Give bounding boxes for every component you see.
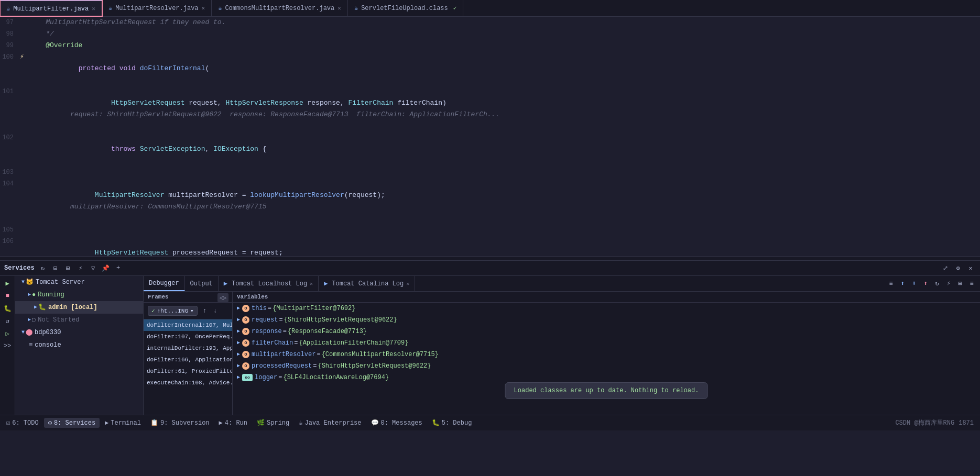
tab-servletfileupload[interactable]: ☕ ServletFileUpload.class ✓ (348, 0, 464, 16)
bottom-bar: ☑ 6: TODO ⚙ 8: Services ▶ Terminal 📋 9: … (0, 415, 980, 430)
service-resume-icon[interactable]: ▶ (2, 278, 13, 289)
tree-item-bdp0330[interactable]: ▼ ⬤ bdp0330 (15, 326, 143, 339)
tab-commonsmultipartresolver[interactable]: ☕ CommonsMultipartResolver.java ✕ (212, 0, 348, 16)
service-expand-icon[interactable]: >> (2, 341, 13, 351)
java-icon-2: ☕ (108, 4, 112, 12)
frame-item-1[interactable]: doFilter:107, OncePerReq... (144, 331, 232, 342)
code-line-102: 102 throws ServletException, IOException… (0, 132, 980, 167)
services-bottom-label: 8: Services (54, 419, 95, 427)
tree-arrow-admin: ▶ (34, 302, 37, 313)
var-val-filterchain: {ApplicationFilterChain@7709} (299, 338, 408, 348)
debug-more-icon[interactable]: ≡ (966, 279, 977, 289)
code-line-98: 98 */ (0, 28, 980, 40)
tree-item-running[interactable]: ▶ ● Running (15, 289, 143, 301)
tree-arrow-tomcat: ▼ (21, 277, 25, 287)
tab-multipartresolver[interactable]: ☕ MultipartResolver.java ✕ (102, 0, 212, 16)
services-filter-icon[interactable]: ⚡ (75, 263, 86, 273)
var-arrow-this: ▶ (237, 303, 240, 314)
service-debug-icon[interactable]: 🐛 (2, 303, 13, 314)
horizontal-scrollbar[interactable] (0, 256, 980, 260)
var-arrow-processedrequest: ▶ (237, 361, 240, 371)
frame-dropdown[interactable]: ✓ ↑ht...ING ▾ (148, 306, 198, 316)
debug-tab-debugger[interactable]: Debugger (144, 276, 185, 291)
service-stop-icon[interactable]: ■ (2, 291, 13, 301)
services-maximize-icon[interactable]: ⤢ (940, 263, 951, 273)
bottom-tab-spring[interactable]: 🌿 Spring (253, 418, 293, 428)
code-line-105: 105 (0, 224, 980, 236)
services-funnel-icon[interactable]: ▽ (88, 263, 99, 273)
tomcat-catalina-tab-label: Tomcat Catalina Log (332, 280, 404, 287)
bottom-tab-todo[interactable]: ☑ 6: TODO (2, 418, 43, 428)
debug-tab-tomcat-catalina[interactable]: ▶ Tomcat Catalina Log ✕ (319, 276, 415, 291)
var-icon-processedrequest: o (242, 362, 249, 370)
debug-evaluate-icon[interactable]: ⚡ (943, 279, 954, 289)
var-name-request: request (252, 315, 278, 325)
bottom-tab-services[interactable]: ⚙ 8: Services (44, 418, 100, 428)
frame-controls: ✓ ↑ht...ING ▾ ↑ ↓ (144, 303, 232, 319)
frames-collapse-icon[interactable]: ◁▷ (217, 293, 228, 302)
bottom-tab-terminal[interactable]: ▶ Terminal (101, 418, 145, 428)
var-item-this[interactable]: ▶ o this = {MultipartFilter@7692} (233, 303, 980, 314)
code-line-103: 103 (0, 167, 980, 178)
var-item-multipartresolver[interactable]: ▶ o multipartResolver = {CommonsMultipar… (233, 349, 980, 360)
frame-down-btn[interactable]: ↓ (210, 306, 221, 316)
debug-step-out-icon[interactable]: ⬆ (920, 279, 931, 289)
var-arrow-logger: ▶ (237, 372, 240, 383)
run-label: 4: Run (225, 419, 247, 427)
services-settings-icon[interactable]: ⚙ (953, 263, 963, 273)
services-expand-icon[interactable]: ⊞ (63, 263, 73, 273)
var-item-processedrequest[interactable]: ▶ o processedRequest = {ShiroHttpServlet… (233, 360, 980, 372)
frame-item-5[interactable]: executeChain:108, Advice... (144, 377, 232, 389)
services-close-icon[interactable]: ✕ (965, 263, 976, 273)
tree-item-notstarted[interactable]: ▶ ◌ Not Started (15, 314, 143, 326)
debug-tab-tomcat-localhost[interactable]: ▶ Tomcat Localhost Log ✕ (219, 276, 319, 291)
debug-tab-output[interactable]: Output (185, 276, 219, 291)
frame-item-3[interactable]: doFilter:166, Application... (144, 354, 232, 366)
var-item-filterchain[interactable]: ▶ o filterChain = {ApplicationFilterChai… (233, 337, 980, 349)
checkmark-icon: ✓ (453, 5, 457, 12)
code-editor[interactable]: 97 MultipartHttpServletRequest if they n… (0, 17, 980, 260)
tree-item-tomcat[interactable]: ▼ 🐱 Tomcat Server (15, 276, 143, 289)
tab-close-tomcat-localhost[interactable]: ✕ (310, 281, 313, 287)
var-icon-request: o (242, 316, 249, 324)
tomcat-localhost-icon: ▶ (224, 280, 227, 287)
tab-close-tomcat-catalina[interactable]: ✕ (406, 281, 409, 287)
service-run-icon[interactable]: ▷ (2, 328, 13, 339)
debug-step-into-icon[interactable]: ⬇ (909, 279, 919, 289)
debug-run-to-cursor-icon[interactable]: ↻ (932, 279, 942, 289)
tab-close-multipartfilter[interactable]: ✕ (92, 5, 95, 12)
var-icon-this: o (242, 305, 249, 312)
tab-close-commonsmultipartresolver[interactable]: ✕ (337, 5, 341, 12)
services-collapse-all-icon[interactable]: ⊟ (50, 263, 61, 273)
tree-item-admin[interactable]: ▶ 🐛 admin [local] (15, 301, 143, 314)
services-refresh-icon[interactable]: ↻ (38, 263, 48, 273)
bottom-tab-subversion[interactable]: 📋 9: Subversion (146, 418, 214, 428)
var-item-response[interactable]: ▶ o response = {ResponseFacade@7713} (233, 326, 980, 337)
bottom-tab-messages[interactable]: 💬 0: Messages (367, 418, 427, 428)
tab-close-multipartresolver[interactable]: ✕ (202, 5, 205, 12)
tab-label-3: CommonsMultipartResolver.java (225, 5, 334, 12)
bottom-tab-run[interactable]: ▶ 4: Run (215, 418, 252, 428)
services-pin-icon[interactable]: 📌 (101, 263, 111, 273)
var-item-request[interactable]: ▶ o request = {ShiroHttpServletRequest@9… (233, 314, 980, 326)
services-add-icon[interactable]: + (113, 263, 124, 273)
tree-item-console[interactable]: ≡ console (15, 339, 143, 351)
subversion-icon: 📋 (150, 419, 158, 427)
bottom-tab-java-enterprise[interactable]: ☕ Java Enterprise (295, 418, 365, 428)
service-reload-icon[interactable]: ↺ (2, 316, 13, 326)
debug-settings-icon[interactable]: ≡ (886, 279, 896, 289)
editor-area: 97 MultipartHttpServletRequest if they n… (0, 17, 980, 260)
running-icon: ● (32, 290, 36, 300)
debug-step-over-icon[interactable]: ⬆ (897, 279, 908, 289)
frames-label: Frames (148, 294, 169, 300)
frame-up-btn[interactable]: ↑ (200, 306, 210, 316)
tree-label-tomcat: Tomcat Server (36, 277, 85, 287)
debug-grid-icon[interactable]: ⊞ (955, 279, 965, 289)
frame-item-0[interactable]: doFilterInternal:107, Mul... (144, 319, 232, 331)
frame-item-4[interactable]: doFilter:61, ProxiedFilter... (144, 366, 232, 377)
tab-multipartfilter[interactable]: ☕ MultipartFilter.java ✕ (0, 0, 102, 16)
var-item-logger[interactable]: ▶ oo logger = {SLF4JLocationAwareLog@769… (233, 372, 980, 383)
bottom-tab-debug[interactable]: 🐛 5: Debug (428, 418, 476, 428)
output-tab-label: Output (190, 280, 213, 287)
frame-item-2[interactable]: internalDoFilter:193, App... (144, 342, 232, 354)
